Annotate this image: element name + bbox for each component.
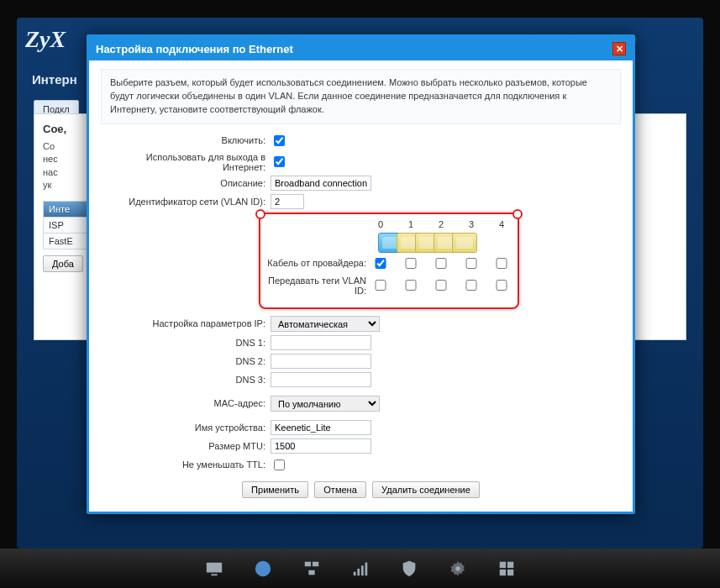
vlan-tag-checkbox[interactable] <box>492 280 511 291</box>
port-selection-box: 0 1 2 3 4 Кабель от провайдера: <box>259 213 519 309</box>
port-number: 0 <box>371 219 390 229</box>
svg-rect-1 <box>211 574 217 575</box>
dns2-input[interactable] <box>271 354 371 369</box>
label-vlan-tags: Передавать теги VLAN ID: <box>267 276 371 296</box>
provider-cable-checkbox[interactable] <box>492 258 511 269</box>
apps-icon[interactable] <box>497 559 516 578</box>
vlan-tag-checkbox[interactable] <box>462 280 481 291</box>
provider-cable-checkbox[interactable] <box>371 258 390 269</box>
svg-point-2 <box>255 560 270 575</box>
label-enable: Включить: <box>101 135 271 145</box>
cancel-button[interactable]: Отмена <box>314 481 365 498</box>
shield-icon[interactable] <box>400 559 418 578</box>
monitor-icon[interactable] <box>205 559 223 578</box>
label-description: Описание: <box>101 178 271 188</box>
vlan-tag-checkbox[interactable] <box>432 280 450 291</box>
delete-connection-button[interactable]: Удалить соединение <box>372 481 480 498</box>
mtu-input[interactable] <box>271 438 371 454</box>
svg-rect-6 <box>353 571 355 575</box>
globe-icon[interactable] <box>254 559 272 578</box>
label-provider-cable: Кабель от провайдера: <box>267 258 371 268</box>
instruction-text: Выберите разъем, который будет использов… <box>101 69 621 124</box>
signal-icon[interactable] <box>351 559 370 578</box>
enable-checkbox[interactable] <box>274 135 285 146</box>
svg-rect-12 <box>507 561 512 567</box>
device-name-input[interactable] <box>271 420 371 435</box>
label-no-ttl: Не уменьшать TTL: <box>101 459 271 470</box>
dns3-input[interactable] <box>271 372 371 387</box>
vlan-id-input[interactable] <box>271 194 304 209</box>
brand-logo: ZyX <box>25 26 66 53</box>
label-dns1: DNS 1: <box>101 338 271 348</box>
svg-rect-11 <box>499 561 505 567</box>
mac-select[interactable]: По умолчанию <box>271 396 380 412</box>
apply-button[interactable]: Применить <box>242 481 308 498</box>
modal-header: Настройка подключения по Ethernet ✕ <box>89 37 633 60</box>
svg-rect-7 <box>357 569 360 575</box>
label-mac: MAC-адрес: <box>101 398 271 408</box>
no-ttl-checkbox[interactable] <box>274 459 285 470</box>
gear-icon[interactable] <box>449 559 467 578</box>
description-input[interactable] <box>271 176 371 191</box>
port-number: 1 <box>402 219 420 229</box>
provider-cable-checkbox[interactable] <box>462 258 481 269</box>
use-internet-checkbox[interactable] <box>274 156 285 167</box>
svg-rect-5 <box>308 570 314 575</box>
provider-cable-checkbox[interactable] <box>402 258 420 269</box>
label-use-internet: Использовать для выхода в Интернет: <box>101 152 271 172</box>
button-bar: Применить Отмена Удалить соединение <box>101 481 621 498</box>
svg-rect-0 <box>206 562 221 572</box>
network-icon[interactable] <box>302 559 321 578</box>
ethernet-settings-modal: Настройка подключения по Ethernet ✕ Выбе… <box>87 34 635 514</box>
port-number: 3 <box>462 219 481 229</box>
svg-rect-8 <box>360 565 363 575</box>
svg-rect-13 <box>499 569 505 575</box>
page-title: Интерн <box>32 72 77 87</box>
vlan-tag-checkbox[interactable] <box>371 280 390 291</box>
ethernet-port-icon[interactable] <box>452 233 477 253</box>
bottom-dock <box>0 549 720 588</box>
modal-title: Настройка подключения по Ethernet <box>96 43 293 55</box>
svg-rect-9 <box>365 562 367 575</box>
label-device-name: Имя устройства: <box>101 423 271 433</box>
svg-rect-3 <box>304 561 310 566</box>
label-vlan-id: Идентификатор сети (VLAN ID): <box>101 197 271 207</box>
vlan-tag-checkbox[interactable] <box>402 280 420 291</box>
port-number: 4 <box>492 219 511 229</box>
port-number: 2 <box>432 219 450 229</box>
label-mtu: Размер MTU: <box>101 441 271 451</box>
ip-settings-select[interactable]: Автоматическая <box>271 316 380 332</box>
label-dns3: DNS 3: <box>101 375 271 385</box>
label-dns2: DNS 2: <box>101 356 271 366</box>
label-ip-settings: Настройка параметров IP: <box>101 318 271 328</box>
dns1-input[interactable] <box>271 335 371 350</box>
svg-rect-14 <box>507 569 512 575</box>
svg-rect-4 <box>312 561 318 566</box>
close-icon[interactable]: ✕ <box>612 42 626 55</box>
add-connection-button[interactable]: Доба <box>43 255 83 272</box>
provider-cable-checkbox[interactable] <box>432 258 450 269</box>
